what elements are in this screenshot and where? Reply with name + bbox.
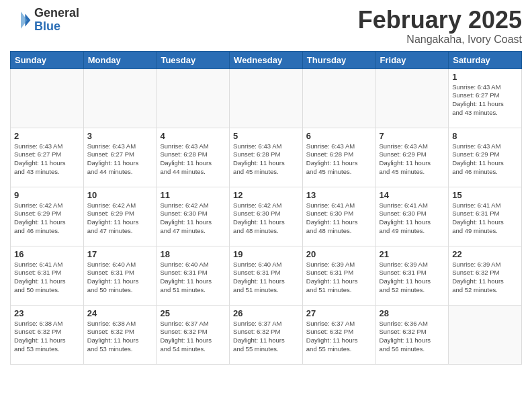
calendar-cell: 27Sunrise: 6:37 AM Sunset: 6:32 PM Dayli…: [302, 305, 375, 364]
header-tuesday: Tuesday: [157, 51, 230, 68]
day-info: Sunrise: 6:40 AM Sunset: 6:31 PM Dayligh…: [233, 261, 299, 295]
calendar-cell: [449, 305, 522, 364]
day-info: Sunrise: 6:41 AM Sunset: 6:30 PM Dayligh…: [380, 201, 445, 236]
header-friday: Friday: [375, 51, 449, 68]
month-title: February 2025: [358, 7, 522, 34]
day-number: 18: [160, 249, 226, 259]
logo-text: General Blue: [34, 7, 79, 34]
day-number: 24: [87, 308, 153, 318]
calendar-cell: [375, 68, 449, 128]
day-number: 15: [452, 190, 518, 200]
day-info: Sunrise: 6:42 AM Sunset: 6:30 PM Dayligh…: [160, 201, 226, 236]
calendar-cell: 8Sunrise: 6:43 AM Sunset: 6:29 PM Daylig…: [449, 128, 522, 187]
calendar-cell: 6Sunrise: 6:43 AM Sunset: 6:28 PM Daylig…: [302, 128, 375, 187]
page: General Blue February 2025 Nangakaha, Iv…: [0, 0, 532, 411]
logo-blue: Blue: [34, 20, 79, 34]
day-info: Sunrise: 6:36 AM Sunset: 6:32 PM Dayligh…: [380, 320, 445, 354]
calendar-week-4: 16Sunrise: 6:41 AM Sunset: 6:31 PM Dayli…: [11, 246, 522, 305]
calendar-cell: 9Sunrise: 6:42 AM Sunset: 6:29 PM Daylig…: [11, 187, 84, 246]
calendar-cell: 26Sunrise: 6:37 AM Sunset: 6:32 PM Dayli…: [230, 305, 303, 364]
day-number: 28: [380, 308, 445, 318]
title-section: February 2025 Nangakaha, Ivory Coast: [358, 7, 522, 46]
calendar-cell: 20Sunrise: 6:39 AM Sunset: 6:31 PM Dayli…: [302, 246, 375, 305]
day-number: 9: [14, 190, 80, 200]
calendar-cell: 22Sunrise: 6:39 AM Sunset: 6:32 PM Dayli…: [449, 246, 522, 305]
header: General Blue February 2025 Nangakaha, Iv…: [10, 7, 522, 46]
calendar-cell: 2Sunrise: 6:43 AM Sunset: 6:27 PM Daylig…: [11, 128, 84, 187]
day-number: 2: [14, 131, 80, 141]
svg-marker-1: [21, 11, 28, 29]
day-info: Sunrise: 6:42 AM Sunset: 6:30 PM Dayligh…: [233, 201, 299, 236]
day-number: 20: [306, 249, 372, 259]
day-number: 7: [380, 131, 445, 141]
calendar-cell: [302, 68, 375, 128]
day-info: Sunrise: 6:41 AM Sunset: 6:31 PM Dayligh…: [14, 261, 80, 295]
header-thursday: Thursday: [302, 51, 375, 68]
day-info: Sunrise: 6:37 AM Sunset: 6:32 PM Dayligh…: [306, 320, 372, 354]
day-info: Sunrise: 6:37 AM Sunset: 6:32 PM Dayligh…: [160, 320, 226, 354]
day-number: 3: [87, 131, 153, 141]
calendar-cell: 21Sunrise: 6:39 AM Sunset: 6:31 PM Dayli…: [375, 246, 449, 305]
day-number: 17: [87, 249, 153, 259]
calendar-cell: 4Sunrise: 6:43 AM Sunset: 6:28 PM Daylig…: [157, 128, 230, 187]
calendar-cell: 10Sunrise: 6:42 AM Sunset: 6:29 PM Dayli…: [83, 187, 157, 246]
day-info: Sunrise: 6:39 AM Sunset: 6:31 PM Dayligh…: [380, 261, 445, 295]
calendar-cell: 13Sunrise: 6:41 AM Sunset: 6:30 PM Dayli…: [302, 187, 375, 246]
calendar-cell: 5Sunrise: 6:43 AM Sunset: 6:28 PM Daylig…: [230, 128, 303, 187]
day-number: 5: [233, 131, 299, 141]
day-number: 13: [306, 190, 372, 200]
header-monday: Monday: [83, 51, 157, 68]
day-info: Sunrise: 6:40 AM Sunset: 6:31 PM Dayligh…: [160, 261, 226, 295]
day-info: Sunrise: 6:43 AM Sunset: 6:28 PM Dayligh…: [306, 142, 372, 177]
day-number: 25: [160, 308, 226, 318]
day-info: Sunrise: 6:39 AM Sunset: 6:31 PM Dayligh…: [306, 261, 372, 295]
day-number: 22: [452, 249, 518, 259]
day-number: 10: [87, 190, 153, 200]
calendar-table: Sunday Monday Tuesday Wednesday Thursday…: [10, 51, 522, 365]
calendar-week-2: 2Sunrise: 6:43 AM Sunset: 6:27 PM Daylig…: [11, 128, 522, 187]
day-number: 11: [160, 190, 226, 200]
day-info: Sunrise: 6:41 AM Sunset: 6:30 PM Dayligh…: [306, 201, 372, 236]
day-number: 19: [233, 249, 299, 259]
calendar-cell: [11, 68, 84, 128]
day-number: 12: [233, 190, 299, 200]
calendar-header: Sunday Monday Tuesday Wednesday Thursday…: [11, 51, 522, 68]
logo-general: General: [34, 7, 79, 20]
day-info: Sunrise: 6:40 AM Sunset: 6:31 PM Dayligh…: [87, 261, 153, 295]
day-number: 14: [380, 190, 445, 200]
calendar-cell: [230, 68, 303, 128]
calendar-cell: [83, 68, 157, 128]
logo-icon: [10, 9, 32, 31]
calendar-cell: 16Sunrise: 6:41 AM Sunset: 6:31 PM Dayli…: [11, 246, 84, 305]
calendar-cell: 1Sunrise: 6:43 AM Sunset: 6:27 PM Daylig…: [449, 68, 522, 128]
calendar-cell: 12Sunrise: 6:42 AM Sunset: 6:30 PM Dayli…: [230, 187, 303, 246]
calendar-cell: 19Sunrise: 6:40 AM Sunset: 6:31 PM Dayli…: [230, 246, 303, 305]
day-number: 21: [380, 249, 445, 259]
calendar-cell: 24Sunrise: 6:38 AM Sunset: 6:32 PM Dayli…: [83, 305, 157, 364]
day-info: Sunrise: 6:42 AM Sunset: 6:29 PM Dayligh…: [14, 201, 80, 236]
calendar-week-1: 1Sunrise: 6:43 AM Sunset: 6:27 PM Daylig…: [11, 68, 522, 128]
day-number: 27: [306, 308, 372, 318]
day-info: Sunrise: 6:39 AM Sunset: 6:32 PM Dayligh…: [452, 261, 518, 295]
day-info: Sunrise: 6:37 AM Sunset: 6:32 PM Dayligh…: [233, 320, 299, 354]
day-info: Sunrise: 6:43 AM Sunset: 6:29 PM Dayligh…: [452, 142, 518, 177]
logo: General Blue: [10, 7, 79, 34]
day-info: Sunrise: 6:43 AM Sunset: 6:29 PM Dayligh…: [380, 142, 445, 177]
calendar-cell: 3Sunrise: 6:43 AM Sunset: 6:27 PM Daylig…: [83, 128, 157, 187]
header-saturday: Saturday: [449, 51, 522, 68]
calendar-cell: 25Sunrise: 6:37 AM Sunset: 6:32 PM Dayli…: [157, 305, 230, 364]
day-number: 16: [14, 249, 80, 259]
calendar-week-5: 23Sunrise: 6:38 AM Sunset: 6:32 PM Dayli…: [11, 305, 522, 364]
calendar-cell: 17Sunrise: 6:40 AM Sunset: 6:31 PM Dayli…: [83, 246, 157, 305]
day-number: 8: [452, 131, 518, 141]
day-info: Sunrise: 6:43 AM Sunset: 6:27 PM Dayligh…: [14, 142, 80, 177]
calendar-cell: [157, 68, 230, 128]
day-info: Sunrise: 6:38 AM Sunset: 6:32 PM Dayligh…: [87, 320, 153, 354]
day-number: 23: [14, 308, 80, 318]
calendar-cell: 23Sunrise: 6:38 AM Sunset: 6:32 PM Dayli…: [11, 305, 84, 364]
day-info: Sunrise: 6:43 AM Sunset: 6:27 PM Dayligh…: [452, 83, 518, 118]
header-sunday: Sunday: [11, 51, 84, 68]
calendar-cell: 28Sunrise: 6:36 AM Sunset: 6:32 PM Dayli…: [375, 305, 449, 364]
calendar-body: 1Sunrise: 6:43 AM Sunset: 6:27 PM Daylig…: [11, 68, 522, 364]
header-wednesday: Wednesday: [230, 51, 303, 68]
